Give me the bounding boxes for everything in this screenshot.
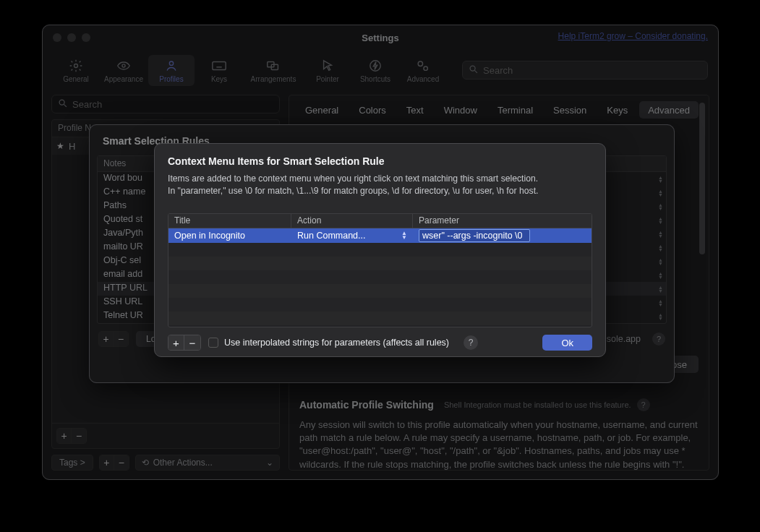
tb-pointer-label: Pointer: [316, 75, 339, 83]
other-actions-label: Other Actions...: [153, 458, 213, 468]
profiles-search[interactable]: [51, 95, 280, 113]
tb-pointer[interactable]: Pointer: [304, 55, 351, 86]
aps-title: Automatic Profile Switching: [299, 399, 434, 411]
star-icon: ★: [56, 141, 64, 151]
svg-point-2: [169, 61, 173, 65]
tb-advanced[interactable]: Advanced: [400, 55, 446, 86]
action-row[interactable]: Open in Incognito Run Command... ▲▼: [168, 228, 592, 243]
titlebar: Settings Help iTerm2 grow – Consider don…: [43, 25, 718, 50]
action-parameter-cell[interactable]: [413, 228, 592, 243]
tab-general[interactable]: General: [296, 101, 347, 119]
stepper-icon[interactable]: ▲▼: [658, 203, 663, 210]
tb-arrangements[interactable]: Arrangements: [244, 55, 303, 86]
context-menu-sheet: Context Menu Items for Smart Selection R…: [154, 143, 606, 357]
svg-line-15: [474, 70, 477, 73]
tb-appearance[interactable]: Appearance: [101, 55, 147, 86]
help-icon[interactable]: ?: [464, 335, 478, 350]
bolt-icon: [369, 58, 382, 74]
aps-section: Automatic Profile Switching Shell Integr…: [289, 398, 709, 471]
tb-general[interactable]: General: [53, 55, 99, 86]
profiles-search-input[interactable]: [72, 99, 273, 110]
col-action[interactable]: Action: [291, 214, 413, 228]
add-profile-button[interactable]: +: [57, 429, 72, 443]
tab-window[interactable]: Window: [435, 101, 486, 119]
scrollbar[interactable]: [699, 103, 706, 463]
help-icon[interactable]: ?: [652, 332, 665, 346]
tb-keys[interactable]: Keys: [196, 55, 242, 86]
other-actions-dropdown[interactable]: ⟲ Other Actions... ⌄: [135, 455, 280, 471]
tb-profiles-label: Profiles: [159, 75, 183, 83]
actions-table: Title Action Parameter Open in Incognito…: [168, 213, 592, 327]
tb-keys-label: Keys: [211, 75, 227, 83]
col-title[interactable]: Title: [168, 214, 291, 228]
col-parameter[interactable]: Parameter: [413, 214, 592, 228]
tab-terminal[interactable]: Terminal: [489, 101, 542, 119]
action-title-cell[interactable]: Open in Incognito: [168, 228, 291, 243]
eye-icon: [116, 58, 132, 74]
dropdown-chevrons-icon: ▲▼: [401, 231, 407, 240]
add-action-button[interactable]: +: [168, 335, 184, 350]
interpolated-label: Use interpolated strings for parameters …: [224, 338, 449, 348]
profiles-add-remove: + −: [56, 428, 87, 444]
tags-bar: Tags > + − ⟲ Other Actions... ⌄: [51, 455, 280, 471]
gears-icon: [415, 58, 431, 74]
remove-action-button[interactable]: −: [184, 335, 200, 350]
add-rule-button[interactable]: +: [99, 332, 114, 346]
svg-rect-3: [213, 61, 226, 69]
toolbar-search-input[interactable]: [483, 65, 701, 76]
tb-general-label: General: [63, 75, 89, 83]
stepper-icon[interactable]: ▲▼: [658, 176, 663, 183]
stepper-icon[interactable]: ▲▼: [658, 217, 663, 224]
tags-add-remove: + −: [99, 455, 129, 471]
tb-shortcuts[interactable]: Shortcuts: [352, 55, 398, 86]
tb-appearance-label: Appearance: [104, 75, 143, 83]
aps-description: Any session will switch to this profile …: [299, 419, 699, 471]
tab-colors[interactable]: Colors: [350, 101, 395, 119]
cursor-icon: [321, 58, 334, 74]
windows-icon: [265, 58, 281, 74]
tags-button[interactable]: Tags >: [51, 455, 93, 471]
parameter-input[interactable]: [419, 229, 530, 242]
add-tag-button[interactable]: +: [100, 455, 114, 470]
help-icon[interactable]: ?: [637, 398, 650, 411]
svg-point-0: [74, 64, 78, 67]
profile-row-label: H: [69, 141, 75, 152]
svg-point-16: [59, 100, 64, 105]
toolbar-search[interactable]: [462, 61, 708, 80]
tab-keys[interactable]: Keys: [598, 101, 636, 119]
stepper-icon[interactable]: ▲▼: [658, 286, 663, 293]
person-icon: [164, 58, 179, 74]
keyboard-icon: [211, 58, 227, 74]
stepper-icon[interactable]: ▲▼: [658, 258, 663, 265]
remove-rule-button[interactable]: −: [114, 332, 128, 346]
stepper-icon[interactable]: ▲▼: [658, 272, 663, 279]
stepper-icon[interactable]: ▲▼: [658, 244, 663, 252]
context-menu-bottom-bar: + − Use interpolated strings for paramet…: [155, 327, 605, 351]
action-add-remove: + −: [168, 335, 201, 351]
gear-icon: [69, 58, 83, 74]
stepper-icon[interactable]: ▲▼: [658, 313, 663, 320]
tb-arrangements-label: Arrangements: [251, 75, 296, 83]
tb-profiles[interactable]: Profiles: [148, 55, 195, 86]
action-action-cell[interactable]: Run Command... ▲▼: [291, 228, 413, 243]
tab-advanced[interactable]: Advanced: [639, 101, 699, 119]
svg-point-13: [424, 66, 427, 69]
profile-tabs: General Colors Text Window Terminal Sess…: [289, 95, 709, 124]
tab-text[interactable]: Text: [398, 101, 432, 119]
chevron-down-icon: ⌄: [266, 458, 273, 468]
tab-session[interactable]: Session: [545, 101, 595, 119]
context-menu-desc: Items are added to the context menu when…: [168, 173, 592, 197]
interpolated-checkbox[interactable]: [208, 338, 218, 348]
stepper-icon[interactable]: ▲▼: [658, 299, 663, 306]
stepper-icon[interactable]: ▲▼: [658, 231, 663, 238]
donate-link[interactable]: Help iTerm2 grow – Consider donating.: [558, 31, 708, 41]
scrollbar-thumb[interactable]: [699, 103, 705, 254]
stepper-icon[interactable]: ▲▼: [658, 189, 663, 197]
aps-note: Shell Integration must be installed to u…: [444, 400, 631, 409]
ok-button[interactable]: Ok: [542, 335, 592, 351]
tb-shortcuts-label: Shortcuts: [360, 75, 390, 83]
sun-icon: ⟲: [142, 458, 149, 468]
remove-profile-button[interactable]: −: [72, 429, 86, 443]
rules-add-remove: + −: [98, 331, 129, 347]
remove-tag-button[interactable]: −: [114, 455, 129, 470]
